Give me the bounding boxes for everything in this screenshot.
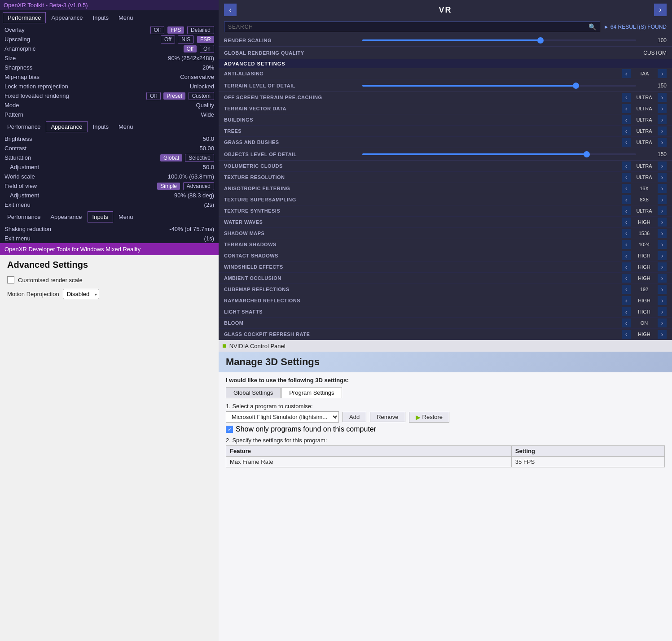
buildings-prev-btn[interactable]: ‹ <box>622 115 631 124</box>
cubemap-prev-btn[interactable]: ‹ <box>622 285 631 294</box>
render-scaling-slider[interactable] <box>359 39 640 41</box>
performance-tab-bar: Performance Appearance Inputs Menu <box>0 10 219 25</box>
tab-inputs-2[interactable]: Inputs <box>88 122 113 132</box>
texture-synthesis-next-btn[interactable]: › <box>658 206 667 215</box>
vr-setting-terrain-vector: TERRAIN VECTOR DATA ‹ ULTRA › <box>219 103 672 114</box>
ambient-occlusion-prev-btn[interactable]: ‹ <box>622 274 631 283</box>
nvidia-select-program-label: 1. Select a program to customise: <box>226 403 665 410</box>
openxr-dev-bar[interactable]: OpenXR Developer Tools for Windows Mixed… <box>0 243 219 255</box>
saturation-selective-badge[interactable]: Selective <box>185 154 214 162</box>
foveated-off-badge[interactable]: Off <box>146 92 161 100</box>
raymarched-prev-btn[interactable]: ‹ <box>622 296 631 305</box>
tab-menu-1[interactable]: Menu <box>114 13 138 23</box>
terrain-shadows-prev-btn[interactable]: ‹ <box>622 240 631 249</box>
setting-foveated: Fixed foveated rendering Off Preset Cust… <box>0 91 219 100</box>
fov-advanced-badge[interactable]: Advanced <box>183 182 214 190</box>
anti-aliasing-prev-btn[interactable]: ‹ <box>622 69 631 78</box>
tab-appearance-3[interactable]: Appearance <box>46 212 86 222</box>
search-input[interactable] <box>228 24 589 30</box>
texture-resolution-prev-btn[interactable]: ‹ <box>622 173 631 182</box>
anti-aliasing-next-btn[interactable]: › <box>658 69 667 78</box>
bloom-next-btn[interactable]: › <box>658 318 667 327</box>
tab-performance-3[interactable]: Performance <box>3 212 45 222</box>
contact-shadows-next-btn[interactable]: › <box>658 251 667 260</box>
customised-render-scale-checkbox[interactable] <box>7 276 14 283</box>
setting-contrast: Contrast 50.00 <box>0 144 219 153</box>
offscreen-terrain-next-btn[interactable]: › <box>658 93 667 102</box>
tab-performance-1[interactable]: Performance <box>3 12 46 23</box>
tab-inputs-3[interactable]: Inputs <box>88 211 113 222</box>
windshield-prev-btn[interactable]: ‹ <box>622 262 631 271</box>
foveated-custom-badge[interactable]: Custom <box>189 92 214 100</box>
trees-prev-btn[interactable]: ‹ <box>622 126 631 135</box>
tab-menu-2[interactable]: Menu <box>114 122 138 132</box>
terrain-vector-next-btn[interactable]: › <box>658 104 667 113</box>
grass-next-btn[interactable]: › <box>658 138 667 147</box>
texture-supersampling-prev-btn[interactable]: ‹ <box>622 195 631 204</box>
anisotropic-prev-btn[interactable]: ‹ <box>622 184 631 193</box>
light-shafts-next-btn[interactable]: › <box>658 307 667 316</box>
terrain-lod-label: TERRAIN LEVEL OF DETAIL <box>224 83 359 88</box>
vr-setting-terrain-lod: TERRAIN LEVEL OF DETAIL 150 <box>219 79 672 92</box>
fov-simple-badge[interactable]: Simple <box>157 183 180 190</box>
overlay-detailed-badge[interactable]: Detailed <box>187 26 214 34</box>
saturation-global-badge[interactable]: Global <box>160 154 182 161</box>
terrain-lod-slider[interactable] <box>359 85 640 87</box>
volumetric-clouds-prev-btn[interactable]: ‹ <box>622 161 631 170</box>
motion-reprojection-dropdown[interactable]: Disabled Enabled Auto <box>63 289 99 299</box>
light-shafts-prev-btn[interactable]: ‹ <box>622 307 631 316</box>
upscaling-fsr-badge[interactable]: FSR <box>197 36 214 43</box>
buildings-next-btn[interactable]: › <box>658 115 667 124</box>
setting-exit-menu-appearance: Exit menu (2s) <box>0 200 219 209</box>
restore-program-button[interactable]: ▶ Restore <box>409 412 450 423</box>
vr-prev-button[interactable]: ‹ <box>224 4 237 16</box>
upscaling-nis-badge[interactable]: NIS <box>178 35 194 44</box>
water-waves-prev-btn[interactable]: ‹ <box>622 218 631 227</box>
grass-prev-btn[interactable]: ‹ <box>622 138 631 147</box>
glass-cockpit-next-btn[interactable]: › <box>658 330 667 339</box>
volumetric-clouds-next-btn[interactable]: › <box>658 161 667 170</box>
setting-sharpness: Sharpness 20% <box>0 63 219 72</box>
show-only-programs-checkbox[interactable]: ✓ <box>226 426 233 433</box>
terrain-shadows-next-btn[interactable]: › <box>658 240 667 249</box>
ambient-occlusion-next-btn[interactable]: › <box>658 274 667 283</box>
texture-supersampling-next-btn[interactable]: › <box>658 195 667 204</box>
add-program-button[interactable]: Add <box>343 412 366 422</box>
windshield-next-btn[interactable]: › <box>658 262 667 271</box>
objects-lod-slider[interactable] <box>359 153 640 155</box>
anamorphic-on-badge[interactable]: On <box>200 45 214 53</box>
cubemap-next-btn[interactable]: › <box>658 285 667 294</box>
anamorphic-off-badge[interactable]: Off <box>184 45 197 52</box>
upscaling-off-badge[interactable]: Off <box>161 35 175 44</box>
tab-inputs-1[interactable]: Inputs <box>88 13 113 23</box>
tab-appearance-2[interactable]: Appearance <box>46 121 87 132</box>
water-waves-next-btn[interactable]: › <box>658 218 667 227</box>
foveated-preset-badge[interactable]: Preset <box>163 92 185 100</box>
contact-shadows-prev-btn[interactable]: ‹ <box>622 251 631 260</box>
anisotropic-next-btn[interactable]: › <box>658 184 667 193</box>
remove-program-button[interactable]: Remove <box>370 412 405 422</box>
tab-performance-2[interactable]: Performance <box>3 122 45 132</box>
raymarched-next-btn[interactable]: › <box>658 296 667 305</box>
texture-resolution-next-btn[interactable]: › <box>658 173 667 182</box>
trees-next-btn[interactable]: › <box>658 126 667 135</box>
nvidia-tab-global[interactable]: Global Settings <box>226 387 281 398</box>
vr-next-button[interactable]: › <box>654 4 667 16</box>
shadow-maps-prev-btn[interactable]: ‹ <box>622 229 631 238</box>
overlay-off-badge[interactable]: Off <box>150 26 165 34</box>
terrain-vector-prev-btn[interactable]: ‹ <box>622 104 631 113</box>
program-select-dropdown[interactable]: Microsoft Flight Simulator (flightsim... <box>226 411 339 423</box>
glass-cockpit-prev-btn[interactable]: ‹ <box>622 330 631 339</box>
tab-appearance-1[interactable]: Appearance <box>47 13 87 23</box>
overlay-fps-badge[interactable]: FPS <box>167 26 184 34</box>
manage-3d-title: Manage 3D Settings <box>219 352 672 372</box>
nvidia-tab-program[interactable]: Program Settings <box>281 387 342 398</box>
feature-table-header-setting: Setting <box>511 446 664 457</box>
shadow-maps-next-btn[interactable]: › <box>658 229 667 238</box>
bloom-prev-btn[interactable]: ‹ <box>622 318 631 327</box>
tab-menu-3[interactable]: Menu <box>114 212 138 222</box>
texture-synthesis-prev-btn[interactable]: ‹ <box>622 206 631 215</box>
nvidia-tabs: Global Settings Program Settings <box>226 387 665 398</box>
offscreen-terrain-prev-btn[interactable]: ‹ <box>622 93 631 102</box>
render-scaling-label: RENDER SCALING <box>224 38 359 43</box>
